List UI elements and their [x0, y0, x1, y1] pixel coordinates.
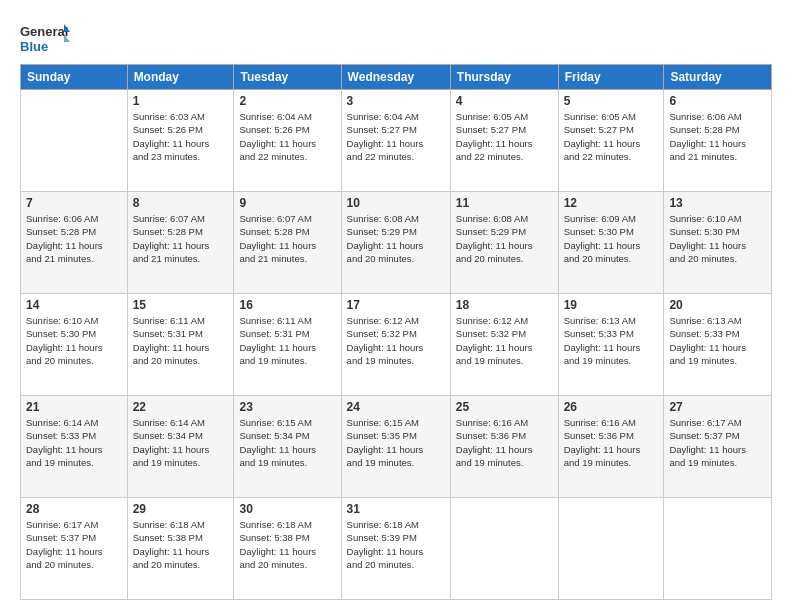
day-number: 15	[133, 298, 229, 312]
day-info: Sunrise: 6:06 AMSunset: 5:28 PMDaylight:…	[26, 212, 122, 265]
day-info: Sunrise: 6:04 AMSunset: 5:26 PMDaylight:…	[239, 110, 335, 163]
day-number: 11	[456, 196, 553, 210]
day-number: 2	[239, 94, 335, 108]
day-number: 30	[239, 502, 335, 516]
day-info: Sunrise: 6:05 AMSunset: 5:27 PMDaylight:…	[564, 110, 659, 163]
day-number: 9	[239, 196, 335, 210]
day-info: Sunrise: 6:14 AMSunset: 5:34 PMDaylight:…	[133, 416, 229, 469]
day-info: Sunrise: 6:17 AMSunset: 5:37 PMDaylight:…	[26, 518, 122, 571]
calendar-table: SundayMondayTuesdayWednesdayThursdayFrid…	[20, 64, 772, 600]
day-number: 8	[133, 196, 229, 210]
calendar-cell: 31Sunrise: 6:18 AMSunset: 5:39 PMDayligh…	[341, 498, 450, 600]
calendar-cell: 17Sunrise: 6:12 AMSunset: 5:32 PMDayligh…	[341, 294, 450, 396]
day-number: 14	[26, 298, 122, 312]
calendar-cell: 26Sunrise: 6:16 AMSunset: 5:36 PMDayligh…	[558, 396, 664, 498]
calendar-cell: 18Sunrise: 6:12 AMSunset: 5:32 PMDayligh…	[450, 294, 558, 396]
day-info: Sunrise: 6:10 AMSunset: 5:30 PMDaylight:…	[669, 212, 766, 265]
calendar-cell: 13Sunrise: 6:10 AMSunset: 5:30 PMDayligh…	[664, 192, 772, 294]
day-info: Sunrise: 6:07 AMSunset: 5:28 PMDaylight:…	[239, 212, 335, 265]
day-number: 20	[669, 298, 766, 312]
calendar-cell: 10Sunrise: 6:08 AMSunset: 5:29 PMDayligh…	[341, 192, 450, 294]
day-number: 12	[564, 196, 659, 210]
day-number: 21	[26, 400, 122, 414]
day-info: Sunrise: 6:12 AMSunset: 5:32 PMDaylight:…	[347, 314, 445, 367]
day-info: Sunrise: 6:13 AMSunset: 5:33 PMDaylight:…	[669, 314, 766, 367]
day-info: Sunrise: 6:07 AMSunset: 5:28 PMDaylight:…	[133, 212, 229, 265]
calendar-week-row: 1Sunrise: 6:03 AMSunset: 5:26 PMDaylight…	[21, 90, 772, 192]
calendar-page: General Blue SundayMondayTuesdayWednesda…	[0, 0, 792, 612]
day-number: 25	[456, 400, 553, 414]
calendar-cell: 28Sunrise: 6:17 AMSunset: 5:37 PMDayligh…	[21, 498, 128, 600]
day-number: 3	[347, 94, 445, 108]
day-number: 29	[133, 502, 229, 516]
calendar-cell: 27Sunrise: 6:17 AMSunset: 5:37 PMDayligh…	[664, 396, 772, 498]
day-info: Sunrise: 6:06 AMSunset: 5:28 PMDaylight:…	[669, 110, 766, 163]
day-info: Sunrise: 6:18 AMSunset: 5:38 PMDaylight:…	[133, 518, 229, 571]
day-number: 7	[26, 196, 122, 210]
calendar-cell: 4Sunrise: 6:05 AMSunset: 5:27 PMDaylight…	[450, 90, 558, 192]
calendar-cell	[21, 90, 128, 192]
day-number: 18	[456, 298, 553, 312]
day-number: 13	[669, 196, 766, 210]
calendar-cell: 22Sunrise: 6:14 AMSunset: 5:34 PMDayligh…	[127, 396, 234, 498]
day-info: Sunrise: 6:08 AMSunset: 5:29 PMDaylight:…	[347, 212, 445, 265]
day-number: 4	[456, 94, 553, 108]
calendar-week-row: 7Sunrise: 6:06 AMSunset: 5:28 PMDaylight…	[21, 192, 772, 294]
calendar-cell	[558, 498, 664, 600]
day-number: 23	[239, 400, 335, 414]
calendar-cell: 2Sunrise: 6:04 AMSunset: 5:26 PMDaylight…	[234, 90, 341, 192]
day-number: 28	[26, 502, 122, 516]
day-number: 19	[564, 298, 659, 312]
calendar-cell: 11Sunrise: 6:08 AMSunset: 5:29 PMDayligh…	[450, 192, 558, 294]
calendar-cell: 21Sunrise: 6:14 AMSunset: 5:33 PMDayligh…	[21, 396, 128, 498]
day-number: 26	[564, 400, 659, 414]
day-of-week-header: Friday	[558, 65, 664, 90]
day-number: 16	[239, 298, 335, 312]
calendar-cell: 16Sunrise: 6:11 AMSunset: 5:31 PMDayligh…	[234, 294, 341, 396]
day-of-week-header: Tuesday	[234, 65, 341, 90]
day-info: Sunrise: 6:11 AMSunset: 5:31 PMDaylight:…	[133, 314, 229, 367]
day-info: Sunrise: 6:16 AMSunset: 5:36 PMDaylight:…	[564, 416, 659, 469]
calendar-week-row: 21Sunrise: 6:14 AMSunset: 5:33 PMDayligh…	[21, 396, 772, 498]
calendar-cell: 3Sunrise: 6:04 AMSunset: 5:27 PMDaylight…	[341, 90, 450, 192]
calendar-cell	[664, 498, 772, 600]
day-info: Sunrise: 6:13 AMSunset: 5:33 PMDaylight:…	[564, 314, 659, 367]
day-info: Sunrise: 6:03 AMSunset: 5:26 PMDaylight:…	[133, 110, 229, 163]
calendar-cell: 23Sunrise: 6:15 AMSunset: 5:34 PMDayligh…	[234, 396, 341, 498]
calendar-cell: 14Sunrise: 6:10 AMSunset: 5:30 PMDayligh…	[21, 294, 128, 396]
day-info: Sunrise: 6:10 AMSunset: 5:30 PMDaylight:…	[26, 314, 122, 367]
day-of-week-header: Monday	[127, 65, 234, 90]
calendar-cell: 5Sunrise: 6:05 AMSunset: 5:27 PMDaylight…	[558, 90, 664, 192]
page-header: General Blue	[20, 16, 772, 58]
day-number: 22	[133, 400, 229, 414]
day-number: 5	[564, 94, 659, 108]
day-info: Sunrise: 6:15 AMSunset: 5:34 PMDaylight:…	[239, 416, 335, 469]
calendar-cell: 7Sunrise: 6:06 AMSunset: 5:28 PMDaylight…	[21, 192, 128, 294]
calendar-cell: 24Sunrise: 6:15 AMSunset: 5:35 PMDayligh…	[341, 396, 450, 498]
day-info: Sunrise: 6:15 AMSunset: 5:35 PMDaylight:…	[347, 416, 445, 469]
day-number: 24	[347, 400, 445, 414]
day-number: 10	[347, 196, 445, 210]
calendar-cell: 19Sunrise: 6:13 AMSunset: 5:33 PMDayligh…	[558, 294, 664, 396]
calendar-cell: 25Sunrise: 6:16 AMSunset: 5:36 PMDayligh…	[450, 396, 558, 498]
logo-svg: General Blue	[20, 20, 70, 58]
day-info: Sunrise: 6:11 AMSunset: 5:31 PMDaylight:…	[239, 314, 335, 367]
day-info: Sunrise: 6:05 AMSunset: 5:27 PMDaylight:…	[456, 110, 553, 163]
day-info: Sunrise: 6:09 AMSunset: 5:30 PMDaylight:…	[564, 212, 659, 265]
day-info: Sunrise: 6:12 AMSunset: 5:32 PMDaylight:…	[456, 314, 553, 367]
calendar-cell: 6Sunrise: 6:06 AMSunset: 5:28 PMDaylight…	[664, 90, 772, 192]
day-info: Sunrise: 6:18 AMSunset: 5:39 PMDaylight:…	[347, 518, 445, 571]
day-of-week-header: Thursday	[450, 65, 558, 90]
day-info: Sunrise: 6:16 AMSunset: 5:36 PMDaylight:…	[456, 416, 553, 469]
day-info: Sunrise: 6:08 AMSunset: 5:29 PMDaylight:…	[456, 212, 553, 265]
calendar-week-row: 28Sunrise: 6:17 AMSunset: 5:37 PMDayligh…	[21, 498, 772, 600]
day-number: 1	[133, 94, 229, 108]
calendar-cell: 20Sunrise: 6:13 AMSunset: 5:33 PMDayligh…	[664, 294, 772, 396]
day-info: Sunrise: 6:14 AMSunset: 5:33 PMDaylight:…	[26, 416, 122, 469]
calendar-cell: 12Sunrise: 6:09 AMSunset: 5:30 PMDayligh…	[558, 192, 664, 294]
calendar-cell: 1Sunrise: 6:03 AMSunset: 5:26 PMDaylight…	[127, 90, 234, 192]
svg-text:General: General	[20, 24, 68, 39]
calendar-cell	[450, 498, 558, 600]
day-number: 17	[347, 298, 445, 312]
calendar-cell: 15Sunrise: 6:11 AMSunset: 5:31 PMDayligh…	[127, 294, 234, 396]
